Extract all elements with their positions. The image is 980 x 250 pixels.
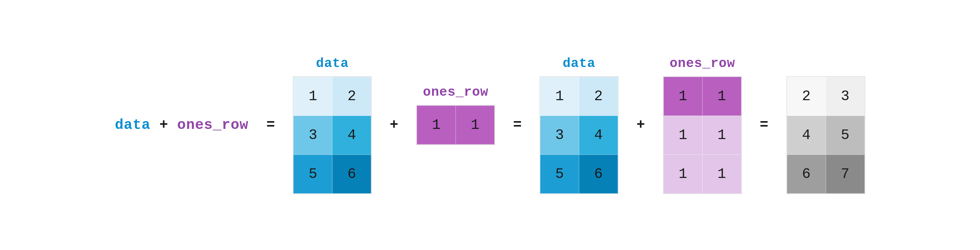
data1-cell: 1 [293, 77, 332, 116]
result-cell: 7 [826, 154, 865, 193]
expression-text: data + ones_row [115, 117, 248, 133]
onesbc-cell: 1 [663, 154, 702, 193]
data-matrix-2: 1 2 3 4 5 6 [539, 76, 619, 194]
onesbc-cell: 1 [663, 116, 702, 154]
data-label-1: data [316, 56, 349, 71]
data1-cell: 5 [293, 154, 332, 193]
result-cell: 2 [787, 77, 826, 116]
onesbc-cell: 1 [663, 77, 702, 116]
ones-label-2: ones_row [670, 56, 735, 71]
onesbc-cell: 1 [702, 116, 741, 154]
data-matrix-1: 1 2 3 4 5 6 [293, 76, 372, 194]
data-matrix-block-1: data 1 2 3 4 5 6 [293, 56, 372, 194]
data2-cell: 5 [540, 154, 579, 193]
result-cell: 5 [826, 116, 865, 154]
data2-cell: 6 [579, 154, 618, 193]
data1-cell: 4 [332, 116, 371, 154]
expr-data-label: data [115, 117, 150, 133]
data2-cell: 1 [540, 77, 579, 116]
data-matrix-block-2: data 1 2 3 4 5 6 [539, 56, 619, 194]
ones1-cell: 1 [456, 105, 495, 145]
result-matrix: 2 3 4 5 6 7 [786, 76, 865, 194]
expr-ones-label: ones_row [177, 117, 248, 133]
expr-plus: + [159, 117, 168, 133]
plus-2: + [636, 117, 645, 133]
data2-cell: 3 [540, 116, 579, 154]
result-cell: 4 [787, 116, 826, 154]
data1-cell: 6 [332, 154, 371, 193]
result-cell: 3 [826, 77, 865, 116]
ones1-cell: 1 [417, 105, 456, 145]
data1-cell: 2 [332, 77, 371, 116]
data2-cell: 4 [579, 116, 618, 154]
data-label-2: data [563, 56, 595, 71]
data2-cell: 2 [579, 77, 618, 116]
ones-row-block-1: ones_row 1 1 [416, 84, 495, 166]
data1-cell: 3 [293, 116, 332, 154]
ones-row-broadcast-block: ones_row 1 1 1 1 1 1 [663, 56, 742, 194]
ones-row-broadcast-matrix: 1 1 1 1 1 1 [663, 76, 742, 194]
plus-1: + [390, 117, 398, 133]
broadcasting-diagram: data + ones_row = data 1 2 3 4 5 6 + one… [115, 56, 865, 194]
ones-row-matrix-1: 1 1 [416, 105, 495, 145]
equals-2: = [513, 117, 522, 133]
onesbc-cell: 1 [702, 77, 741, 116]
onesbc-cell: 1 [702, 154, 741, 193]
equals-1: = [267, 117, 275, 133]
result-matrix-block: . 2 3 4 5 6 7 [786, 56, 865, 194]
equals-3: = [760, 117, 768, 133]
ones-label-1: ones_row [423, 84, 488, 100]
result-cell: 6 [787, 154, 826, 193]
